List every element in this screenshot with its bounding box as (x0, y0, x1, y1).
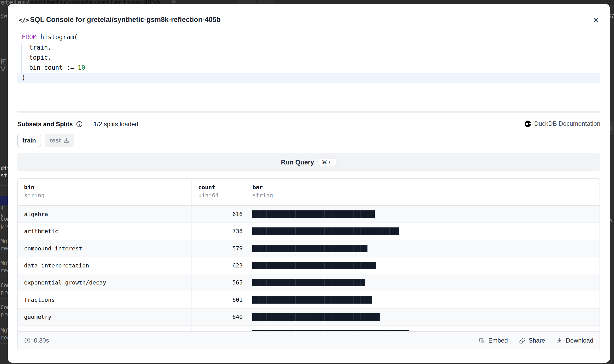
run-query-button[interactable]: Run Query ⌘↵ (17, 153, 600, 171)
histogram-bar (252, 330, 409, 331)
histogram-bar (252, 245, 367, 252)
download-split-icon (64, 138, 69, 143)
table-row[interactable]: data interpretation 623 (18, 257, 600, 274)
column-header-bar[interactable]: bar string (246, 179, 600, 205)
keyboard-shortcut-badge: ⌘↵ (319, 158, 336, 166)
modal-title: SQL Console for gretelai/synthetic-gsm8k… (30, 16, 221, 24)
background-fragment: Mul req (1, 260, 8, 274)
table-row[interactable]: fractions 601 (18, 291, 600, 308)
table-row[interactable]: geometry 640 (18, 308, 600, 326)
histogram-bar (252, 227, 399, 235)
run-query-label: Run Query (281, 159, 314, 166)
close-icon[interactable]: ✕ (590, 15, 602, 26)
clock-icon (24, 337, 31, 344)
background-fragment: Com pro (1, 282, 8, 296)
table-footer: 0.30s Embed Share Download (18, 331, 600, 349)
table-row[interactable]: compound interest 579 (18, 240, 600, 257)
embed-button[interactable]: Embed (479, 337, 508, 344)
sql-number-literal: 10 (78, 64, 85, 71)
split-button-train[interactable]: train (17, 134, 41, 147)
split-selector: train test (17, 134, 74, 147)
splits-loaded-text: 1/2 splits loaded (94, 121, 138, 128)
background-fragment: Com pro (1, 304, 8, 318)
share-link-icon (519, 337, 526, 344)
query-elapsed-time: 0.30s (24, 337, 49, 344)
embed-icon (479, 337, 485, 344)
column-header-count[interactable]: count uint64 (191, 179, 246, 205)
split-button-test[interactable]: test (45, 134, 74, 147)
background-fragment: ⊞ V (1, 58, 8, 72)
code-line-1[interactable]: FROM histogram( (22, 32, 78, 42)
code-line-4[interactable]: bin_count := 10 (22, 63, 85, 73)
editor-resize-handle[interactable] (17, 111, 600, 113)
histogram-bar (252, 279, 365, 286)
sql-console-modal: </> SQL Console for gretelai/synthetic-g… (8, 4, 610, 363)
background-fragment: sw (1, 12, 7, 19)
duckdb-documentation-label: DuckDB Documentation (534, 120, 600, 127)
modal-header: </> SQL Console for gretelai/synthetic-g… (8, 4, 610, 30)
duckdb-logo-icon (524, 120, 531, 127)
code-icon: </> (19, 16, 29, 24)
sql-keyword: FROM (22, 34, 37, 41)
download-button[interactable]: Download (556, 337, 593, 344)
background-selected-row (0, 196, 8, 205)
splits-heading: Subsets and Splits (17, 121, 73, 128)
footer-actions: Embed Share Download (479, 337, 593, 344)
table-row[interactable]: algebra 616 (18, 206, 600, 223)
code-line-5[interactable]: ) (22, 73, 25, 83)
info-icon[interactable] (76, 121, 83, 128)
duckdb-documentation-link[interactable]: DuckDB Documentation (524, 120, 600, 127)
splits-header-row: Subsets and Splits 1/2 splits loaded (17, 119, 138, 129)
table-body[interactable]: algebra 616 arithmetic 738 compound inte… (18, 206, 600, 331)
table-row[interactable]: exponential growth/decay 565 (18, 274, 600, 291)
code-line-2[interactable]: train, (22, 43, 52, 53)
background-fragment: Mul req (1, 238, 8, 252)
share-button[interactable]: Share (519, 337, 545, 344)
histogram-bar (252, 313, 380, 321)
histogram-bar (252, 262, 376, 269)
background-left-column: sw ⊞ V dif str 4 ∨ Com pro Mul req Mul r… (0, 0, 8, 364)
background-fragment: Mul req (1, 327, 8, 341)
histogram-bar (252, 210, 375, 218)
table-header: bin string count uint64 bar string (18, 179, 600, 206)
cmd-key-icon: ⌘ (322, 159, 327, 165)
download-icon (556, 337, 563, 344)
vertical-divider (88, 120, 88, 129)
histogram-bar (252, 296, 372, 304)
enter-key-icon: ↵ (329, 159, 333, 165)
background-fragment: dif str (1, 165, 8, 179)
table-row-clipped[interactable] (18, 326, 600, 331)
table-row[interactable]: arithmetic 738 (18, 223, 600, 240)
code-line-3[interactable]: topic, (22, 53, 52, 63)
results-table: bin string count uint64 bar string algeb… (17, 178, 600, 350)
background-fragment: Com pro (1, 216, 8, 230)
column-header-bin[interactable]: bin string (18, 179, 191, 205)
active-line-highlight (17, 73, 600, 83)
